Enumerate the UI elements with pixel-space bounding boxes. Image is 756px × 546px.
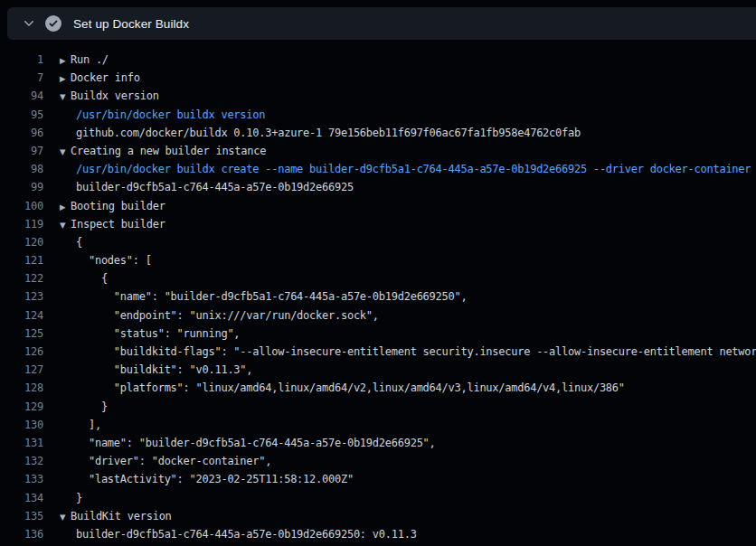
log-line: 124 "endpoint": "unix:///var/run/docker.… [0, 306, 756, 325]
log-group-header[interactable]: ▶Booting builder [43, 197, 165, 215]
log-text: "nodes": [ [43, 251, 152, 269]
log-line: 136builder-d9cfb5a1-c764-445a-a57e-0b19d… [0, 525, 756, 543]
triangle-down-icon: ▼ [60, 143, 71, 160]
line-number[interactable]: 129 [0, 398, 43, 416]
line-number[interactable]: 100 [0, 197, 43, 215]
log-text: "buildkitd-flags": "--allow-insecure-ent… [43, 343, 756, 361]
log-line[interactable]: 100▶Booting builder [0, 197, 756, 215]
triangle-right-icon: ▶ [60, 70, 71, 87]
log-text: "driver": "docker-container", [43, 452, 271, 470]
log-text: "name": "builder-d9cfb5a1-c764-445a-a57e… [43, 287, 467, 306]
log-line: 128 "platforms": "linux/amd64,linux/amd6… [0, 379, 756, 397]
triangle-right-icon: ▶ [60, 52, 71, 69]
line-number[interactable]: 99 [0, 178, 43, 196]
log-text: } [43, 398, 108, 416]
log-group-header[interactable]: ▼Inspect builder [43, 215, 165, 233]
step-title: Set up Docker Buildx [73, 17, 189, 31]
log-group-header[interactable]: ▶Docker info [43, 69, 140, 87]
line-number[interactable]: 130 [0, 416, 43, 434]
line-number[interactable]: 132 [0, 452, 43, 470]
log-text: } [43, 489, 82, 507]
log-text: "platforms": "linux/amd64,linux/amd64/v2… [43, 379, 625, 397]
log-lines: 1▶Run ./7▶Docker info94▼Buildx version95… [0, 40, 756, 543]
log-line: 127 "buildkit": "v0.11.3", [0, 361, 756, 379]
line-number[interactable]: 97 [0, 142, 43, 160]
log-group-header[interactable]: ▼Buildx version [43, 87, 159, 105]
log-group-header[interactable]: ▶Run ./ [43, 51, 109, 69]
log-text: "name": "builder-d9cfb5a1-c764-445a-a57e… [43, 434, 436, 452]
actions-log-viewer: Set up Docker Buildx 1▶Run ./7▶Docker in… [0, 7, 756, 543]
line-number[interactable]: 125 [0, 325, 43, 343]
line-number[interactable]: 131 [0, 434, 43, 452]
log-line[interactable]: 97▼Creating a new builder instance [0, 142, 756, 160]
log-line[interactable]: 135▼BuildKit version [0, 507, 756, 525]
line-number[interactable]: 95 [0, 106, 43, 124]
log-line[interactable]: 1▶Run ./ [0, 51, 756, 69]
log-text: "endpoint": "unix:///var/run/docker.sock… [43, 306, 379, 325]
line-number[interactable]: 96 [0, 124, 43, 142]
log-line: 98/usr/bin/docker buildx create --name b… [0, 160, 756, 178]
step-header[interactable]: Set up Docker Buildx [7, 7, 756, 40]
log-text: github.com/docker/buildx 0.10.3+azure-1 … [43, 124, 581, 142]
line-number[interactable]: 135 [0, 507, 43, 525]
triangle-down-icon: ▼ [60, 88, 71, 105]
line-number[interactable]: 128 [0, 379, 43, 397]
line-number[interactable]: 124 [0, 306, 43, 325]
line-number[interactable]: 133 [0, 470, 43, 488]
log-text: /usr/bin/docker buildx version [43, 106, 265, 124]
line-number[interactable]: 136 [0, 525, 43, 543]
log-line: 132 "driver": "docker-container", [0, 452, 756, 470]
line-number[interactable]: 119 [0, 215, 43, 233]
line-number[interactable]: 126 [0, 343, 43, 361]
log-line: 131 "name": "builder-d9cfb5a1-c764-445a-… [0, 434, 756, 452]
check-circle-icon [45, 15, 61, 32]
log-text: builder-d9cfb5a1-c764-445a-a57e-0b19d2e6… [43, 525, 417, 543]
log-group-header[interactable]: ▼BuildKit version [43, 507, 172, 525]
log-line: 120{ [0, 233, 756, 251]
line-number[interactable]: 94 [0, 87, 43, 105]
log-line: 123 "name": "builder-d9cfb5a1-c764-445a-… [0, 287, 756, 306]
log-line: 122 { [0, 269, 756, 287]
line-number[interactable]: 98 [0, 160, 43, 178]
line-number[interactable]: 120 [0, 233, 43, 251]
line-number[interactable]: 122 [0, 269, 43, 287]
log-line: 126 "buildkitd-flags": "--allow-insecure… [0, 343, 756, 361]
log-text: { [43, 233, 82, 251]
chevron-down-icon[interactable] [22, 16, 36, 31]
log-line: 96github.com/docker/buildx 0.10.3+azure-… [0, 124, 756, 142]
log-line: 134} [0, 489, 756, 507]
log-text: "status": "running", [43, 325, 240, 343]
log-text: builder-d9cfb5a1-c764-445a-a57e-0b19d2e6… [43, 178, 354, 196]
line-number[interactable]: 121 [0, 251, 43, 269]
log-line: 130 ], [0, 416, 756, 434]
line-number[interactable]: 127 [0, 361, 43, 379]
log-line: 129 } [0, 398, 756, 416]
line-number[interactable]: 123 [0, 287, 43, 306]
line-number[interactable]: 1 [0, 51, 43, 69]
log-line: 95/usr/bin/docker buildx version [0, 106, 756, 124]
log-line: 125 "status": "running", [0, 325, 756, 343]
log-line: 99builder-d9cfb5a1-c764-445a-a57e-0b19d2… [0, 178, 756, 196]
log-text: /usr/bin/docker buildx create --name bui… [43, 160, 751, 178]
triangle-down-icon: ▼ [60, 216, 71, 233]
log-text: "buildkit": "v0.11.3", [43, 361, 252, 379]
log-line[interactable]: 94▼Buildx version [0, 87, 756, 105]
line-number[interactable]: 7 [0, 69, 43, 87]
log-line[interactable]: 119▼Inspect builder [0, 215, 756, 233]
log-text: { [43, 269, 108, 287]
log-line[interactable]: 7▶Docker info [0, 69, 756, 87]
log-group-header[interactable]: ▼Creating a new builder instance [43, 142, 266, 160]
log-line: 121 "nodes": [ [0, 251, 756, 269]
triangle-right-icon: ▶ [60, 198, 71, 215]
log-line: 133 "lastActivity": "2023-02-25T11:58:12… [0, 470, 756, 488]
line-number[interactable]: 134 [0, 489, 43, 507]
triangle-down-icon: ▼ [60, 508, 71, 525]
log-text: ], [43, 416, 101, 434]
log-text: "lastActivity": "2023-02-25T11:58:12.000… [43, 470, 354, 488]
